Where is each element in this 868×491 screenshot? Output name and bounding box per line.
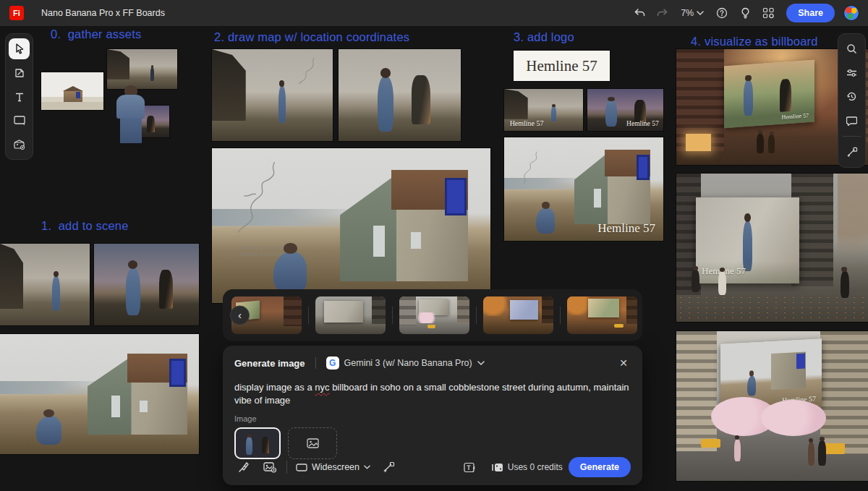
canvas-label-step1[interactable]: 1. add to scene (41, 219, 129, 233)
generated-results-filmstrip: ‹ (223, 289, 642, 341)
map-equinox-text: SPRING EQUINOX (240, 251, 285, 258)
chevron-left-icon: ‹ (238, 309, 242, 321)
canvas-image-stones-woman[interactable] (94, 244, 199, 325)
image-icon (307, 438, 319, 448)
canvas-image-logo-house-large[interactable]: Hemline 57 (504, 137, 663, 241)
result-thumbnail-2[interactable] (315, 296, 386, 334)
share-button[interactable]: Share (786, 4, 835, 22)
canvas-label-step3[interactable]: 3. add logo (514, 30, 574, 44)
workflow-grid-icon (762, 7, 775, 19)
aspect-ratio-selector[interactable]: Widescreen (294, 462, 372, 472)
text-icon (14, 92, 25, 102)
search-icon (846, 43, 857, 54)
workflow-tool[interactable] (841, 142, 862, 163)
canvas-image-billboard-fog-street[interactable]: Hemline 57 (676, 174, 868, 322)
result-thumbnail-5[interactable] (567, 296, 637, 334)
model-selector[interactable]: G Gemini 3 (w/ Nano Banana Pro) (326, 356, 485, 370)
user-avatar[interactable] (843, 5, 859, 21)
footer-divider (286, 461, 287, 474)
canvas-image-billboard-blossom[interactable]: Hemline 57 (676, 331, 868, 481)
apps-button[interactable] (759, 4, 778, 22)
workflow-sparkle-icon (846, 147, 858, 158)
close-panel-button[interactable]: ✕ (616, 356, 631, 370)
generate-button[interactable]: Generate (569, 457, 631, 477)
canvas-image-logo-stone[interactable]: Hemline 57 (587, 89, 663, 131)
draw-tool[interactable] (9, 62, 30, 83)
add-image-button[interactable] (288, 427, 337, 459)
pen-icon (238, 461, 250, 473)
credits-indicator: Uses 0 credits (491, 462, 563, 472)
image-section-label: Image (234, 414, 631, 423)
canvas-image-fog-field-woman[interactable] (0, 244, 90, 325)
model-name: Gemini 3 (w/ Nano Banana Pro) (344, 358, 472, 368)
redo-button[interactable] (653, 4, 672, 22)
canvas-image-map-barn[interactable] (212, 49, 333, 141)
undo-button[interactable] (630, 4, 649, 22)
firefly-logo[interactable]: Fi (9, 6, 24, 20)
shape-tool[interactable] (9, 110, 30, 131)
zoom-level-value: 7% (681, 8, 694, 18)
generate-image-panel: Generate image G Gemini 3 (w/ Nano Banan… (223, 346, 642, 485)
chevron-down-icon (364, 465, 370, 469)
google-gemini-icon: G (326, 356, 339, 370)
select-tool[interactable] (9, 38, 30, 59)
aspect-ratio-value: Widescreen (312, 462, 359, 472)
zoom-level-selector[interactable]: 7% (676, 8, 708, 18)
app-window: 0. gather assets 1. add to scene 2. draw… (0, 0, 868, 491)
chevron-down-icon (697, 11, 704, 15)
canvas-image-coast-house-large[interactable] (0, 334, 199, 454)
result-thumbnail-3[interactable] (399, 296, 469, 334)
cursor-icon (14, 43, 25, 54)
credits-label: Uses 0 credits (508, 462, 563, 472)
ideas-button[interactable] (736, 4, 754, 22)
top-bar: Fi Nano Banana Pro x FF Boards 7% Share (0, 0, 868, 26)
document-title[interactable]: Nano Banana Pro x FF Boards (41, 8, 165, 18)
history-tool[interactable] (841, 86, 862, 107)
canvas-image-logo-fog[interactable]: Hemline 57 (504, 89, 583, 131)
rectangle-icon (14, 116, 25, 125)
canvas-image-woman-cutout-asset[interactable] (101, 85, 156, 143)
comment-tool[interactable] (841, 110, 862, 131)
workflow-button[interactable] (379, 458, 398, 477)
canvas-label-step4[interactable]: 4. visualize as billboard (691, 35, 818, 48)
text-tool[interactable] (9, 86, 30, 107)
redo-icon (657, 8, 668, 18)
filmstrip-divider (476, 307, 477, 324)
logo-card-text: Hemline 57 (526, 57, 597, 75)
filmstrip-back-button[interactable]: ‹ (230, 306, 250, 325)
image-add-icon (13, 139, 25, 150)
brand-overlay-text: Hemline 57 (782, 113, 809, 121)
canvas-image-map-stone-woman[interactable] (339, 49, 461, 141)
toolbar-divider (843, 136, 861, 137)
add-reference-image-button[interactable] (260, 458, 279, 477)
canvas-logo-card[interactable]: Hemline 57 (514, 51, 610, 81)
canvas-image-white-house-asset[interactable] (41, 72, 103, 110)
undo-icon (634, 8, 645, 18)
search-tool[interactable] (841, 38, 862, 59)
workflow-sparkle-icon (383, 461, 395, 473)
filmstrip-divider (560, 307, 561, 324)
brand-overlay-text: Hemline 57 (626, 120, 659, 127)
canvas-label-step2[interactable]: 2. draw map w/ location coordinates (214, 30, 409, 44)
filmstrip-divider (308, 307, 309, 324)
chevron-down-icon (477, 361, 485, 365)
canvas-image-map-house-large[interactable]: 57.1553° N, 2.0943° W SPRING EQUINOX (212, 148, 490, 303)
help-button[interactable] (712, 4, 731, 22)
credits-icon (491, 463, 503, 472)
left-toolbar (5, 33, 33, 160)
image-add-icon (263, 461, 276, 473)
prompt-pen-button[interactable] (234, 458, 253, 477)
page-pen-icon (14, 67, 25, 79)
comment-icon (846, 116, 857, 126)
result-thumbnail-4[interactable] (483, 296, 553, 334)
reference-image-thumbnail[interactable] (234, 427, 281, 459)
text-settings-button[interactable] (461, 458, 480, 477)
brand-overlay-text: Hemline 57 (597, 221, 655, 236)
canvas-label-step0[interactable]: 0. gather assets (51, 27, 141, 41)
canvas-image-barn-fog-asset[interactable] (107, 49, 177, 89)
upload-image-tool[interactable] (9, 134, 30, 155)
adjustments-tool[interactable] (841, 62, 862, 83)
brand-overlay-text: Hemline 57 (510, 119, 544, 127)
prompt-input[interactable]: display image as a nyc billboard in soho… (234, 381, 631, 406)
text-lightning-icon (464, 462, 477, 473)
